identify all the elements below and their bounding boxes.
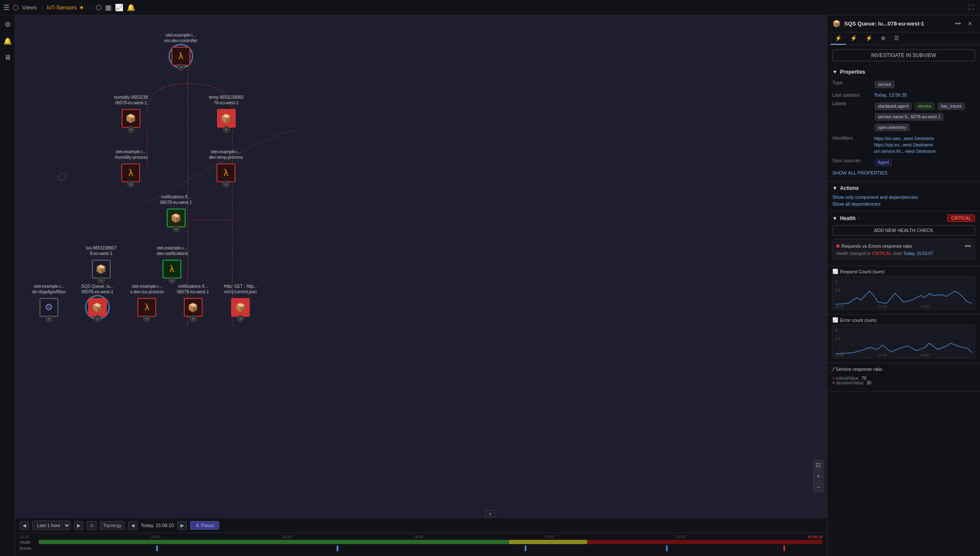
alerts-icon[interactable]: 🔔: [127, 3, 135, 11]
health-section-title: ▼ Health ›: [832, 215, 860, 221]
sqs-humidity-icon: 📦: [126, 113, 136, 123]
health-track-row: Health: [20, 540, 823, 545]
topology-icon[interactable]: ⬡: [96, 3, 102, 11]
panel-more-button[interactable]: •••: [952, 19, 963, 29]
prop-updated-row: Last updated Today, 13:56:35: [832, 91, 975, 99]
properties-section-header[interactable]: ▼ Properties: [827, 66, 980, 78]
topology-prev-button[interactable]: ◀: [128, 521, 137, 530]
node-http-get[interactable]: Http: GET - http... m/v1/current.json 📦 …: [224, 284, 257, 318]
show-all-properties-link[interactable]: SHOW ALL PROPERTIES: [832, 169, 975, 177]
deviation-val-row: ≡ deviationValue 30: [832, 381, 975, 385]
panel-close-button[interactable]: ✕: [965, 19, 975, 29]
node-plus-otel-iter[interactable]: +: [46, 315, 52, 322]
node-plus-sqs[interactable]: +: [94, 315, 101, 322]
topology-canvas-area[interactable]: otel-example-i... ors-dev-controller λ +…: [15, 15, 827, 518]
right-panel: 📦 SQS Queue: lu...078-eu-west-1 ••• ✕ ⚡ …: [827, 15, 980, 556]
sqs-notifications-icon: 📦: [171, 213, 181, 223]
timeline-next-button[interactable]: ▶: [74, 521, 83, 530]
investigate-subview-button[interactable]: INVESTIGATE IN SUBVIEW: [832, 49, 975, 61]
events-track-row: Events: [20, 546, 823, 550]
node-plus-notifications[interactable]: +: [173, 226, 180, 232]
node-label-humidity: humidity-9653238 06078-eu-west-1: [114, 95, 148, 106]
timeline-controls: ◀ Last 1 hour ▶ ⊙ Topology ◀ Today, 15:0…: [15, 518, 827, 533]
node-plus-humidity-process[interactable]: +: [127, 181, 134, 187]
error-count-svg: 14:08 14:29 14:50 6 3.6: [835, 327, 972, 356]
timeline-prev-button[interactable]: ◀: [20, 521, 29, 530]
fullscreen-button[interactable]: ⛶: [966, 3, 977, 12]
identifier-2[interactable]: https://sqs.eu...west-1testname: [874, 142, 936, 148]
health-check-more-button[interactable]: •••: [965, 243, 971, 249]
add-health-check-button[interactable]: ADD NEW HEALTH CHECK: [832, 225, 975, 235]
nav-sep-2: |: [89, 5, 91, 11]
node-plus-http-get[interactable]: +: [237, 315, 244, 322]
bell-icon[interactable]: 🔔: [2, 35, 14, 47]
tl-label-current: 15:08:10: [807, 535, 823, 539]
trending-icon-2: 📈: [832, 317, 838, 323]
prop-type-row: Type service: [832, 78, 975, 91]
node-otel-lux-process[interactable]: otel-example-i... s-dev-lux-process λ +: [130, 284, 164, 318]
sqs-queue-icon: 📦: [92, 302, 103, 312]
tab-plus[interactable]: ⊕: [877, 32, 890, 45]
trending-icon-1: 📈: [832, 269, 838, 274]
node-plus-temp-process[interactable]: +: [223, 181, 229, 187]
monitor-icon[interactable]: 🖥: [3, 52, 13, 63]
tab-lightning-1[interactable]: ⚡: [831, 32, 846, 45]
lambda-icon-dev-notifications: λ: [169, 264, 174, 275]
zoom-fit-button[interactable]: ⊡: [813, 460, 823, 470]
timeline-zoom-button[interactable]: ⊙: [87, 521, 97, 530]
error-count-chart: 14:08 14:29 14:50 6 3.6: [832, 324, 975, 358]
collapse-timeline-button[interactable]: ∨: [485, 510, 495, 517]
node-notifications-eu[interactable]: notifications-9... 06078-eu-west-1 📦 +: [177, 284, 209, 318]
node-temp-sensor[interactable]: temp-9653238060 78-eu-west-1 📦 +: [209, 95, 243, 129]
filter-icon[interactable]: ⚙: [3, 19, 12, 30]
tab-lightning-3[interactable]: ⚡: [861, 32, 877, 45]
star-icon[interactable]: ★: [79, 4, 84, 11]
chevron-down-icon-health: ▼: [832, 215, 837, 221]
health-change-time-link[interactable]: Today, 15:03:07: [903, 251, 933, 256]
prop-updated-value[interactable]: Today, 13:56:35: [874, 92, 907, 97]
chevron-down-icon: ▼: [832, 69, 837, 75]
node-otel-iter[interactable]: otel-example-i... ter-rbga4gsv80yu ⚙ +: [32, 284, 66, 318]
time-range-select[interactable]: Last 1 hour: [32, 521, 71, 530]
tl-label-2: 14:23: [151, 535, 160, 539]
node-temp-process[interactable]: otel-example-i... dev-temp-process λ +: [209, 149, 243, 184]
iot-sensors-link[interactable]: IoT-Sensors: [47, 4, 77, 11]
timeline-track: 14:16 14:23 14:34 14:43 14:52 15:07 15:0…: [15, 533, 827, 551]
zoom-in-button[interactable]: +: [813, 471, 823, 481]
node-otel-controller[interactable]: otel-example-i... ors-dev-controller λ +: [164, 32, 197, 67]
views-link[interactable]: Views: [22, 4, 37, 11]
action-show-deps-link[interactable]: Show only component and dependencies: [832, 194, 975, 201]
grafana-logo: ⬡: [13, 3, 19, 11]
table-icon[interactable]: ▦: [105, 3, 111, 11]
node-label-notif-eu: notifications-9... 06078-eu-west-1: [177, 284, 209, 295]
node-inner-humidity: 📦: [122, 109, 140, 128]
prop-type-value: service: [874, 80, 975, 89]
tl-label-4: 14:43: [413, 535, 423, 539]
node-plus-notif-eu[interactable]: +: [190, 315, 197, 322]
node-plus-dev-notifications[interactable]: +: [169, 277, 175, 284]
identifier-3[interactable]: urn:service:/ht...-west-1testname: [874, 148, 936, 155]
node-sqs-queue[interactable]: SQS Queue: lu... 06078-eu-west-1 📦 +: [81, 284, 114, 318]
topology-next-button[interactable]: ▶: [177, 521, 187, 530]
hamburger-icon[interactable]: ☰: [3, 3, 9, 11]
identifier-1[interactable]: https://eu-wes...west-1testname: [874, 135, 936, 142]
tab-lightning-2[interactable]: ⚡: [846, 32, 861, 45]
health-seg-green: [39, 540, 509, 544]
lambda-icon-lux-process: λ: [145, 302, 149, 313]
node-plus-humidity[interactable]: +: [128, 126, 134, 133]
node-plus-lux-process[interactable]: +: [143, 315, 150, 322]
pause-button[interactable]: ⏸ Pause: [190, 521, 219, 530]
node-plus-temp[interactable]: +: [223, 126, 230, 133]
zoom-out-button[interactable]: −: [813, 482, 823, 492]
node-lux-sensor[interactable]: lux-9653238607 8-eu-west-1 📦 +: [86, 245, 117, 280]
node-humidity-sensor[interactable]: humidity-9653238 06078-eu-west-1 📦 +: [114, 95, 148, 129]
node-plus-controller[interactable]: +: [177, 64, 184, 71]
node-inner-notif-eu: 📦: [184, 298, 203, 317]
node-notifications-9[interactable]: notifications-9... 06078-eu-west-1 📦 +: [160, 194, 192, 229]
action-show-all-deps-link[interactable]: Show all dependencies: [832, 201, 975, 207]
tab-list[interactable]: ☰: [890, 32, 903, 45]
node-plus-lux[interactable]: +: [98, 277, 105, 284]
node-humidity-process[interactable]: otel-example-i... -humidity-process λ +: [114, 149, 148, 184]
chart-icon[interactable]: 📈: [115, 3, 123, 11]
node-otel-dev-notifications[interactable]: otel-example-i... -dev-notifications λ +: [156, 245, 188, 280]
